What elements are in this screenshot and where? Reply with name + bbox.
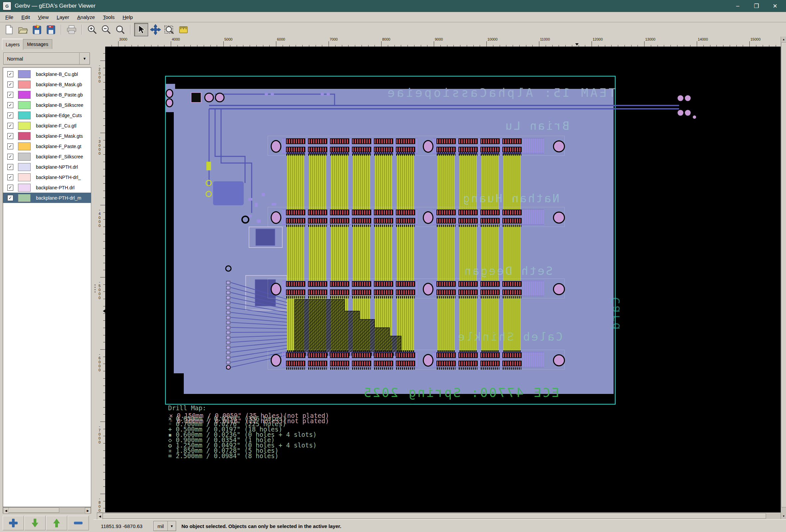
menu-view[interactable]: View xyxy=(34,13,53,21)
panel-splitter[interactable] xyxy=(93,37,97,532)
tab-layers[interactable]: Layers xyxy=(2,39,23,50)
save-button[interactable] xyxy=(44,23,57,36)
layer-color-swatch[interactable] xyxy=(18,112,31,119)
scroll-left-icon[interactable]: ◀ xyxy=(3,507,9,514)
layer-row[interactable]: ✓backplane-PTH.drl xyxy=(3,182,91,193)
zoom-in-button[interactable] xyxy=(86,23,99,36)
scroll-right-icon[interactable]: ▶ xyxy=(85,507,91,514)
layer-name: backplane-NPTH.drl xyxy=(36,164,78,170)
layer-visibility-checkbox[interactable]: ✓ xyxy=(7,143,13,149)
scroll-left-icon[interactable]: ◀ xyxy=(97,513,103,520)
close-button[interactable]: ✕ xyxy=(771,3,779,10)
layer-row[interactable]: ✓backplane-Edge_Cuts xyxy=(3,110,91,120)
mounting-hole xyxy=(423,354,434,367)
layer-list-hscrollbar[interactable]: ◀ ▶ xyxy=(3,507,91,513)
menu-help[interactable]: Help xyxy=(118,13,137,21)
layer-color-swatch[interactable] xyxy=(18,194,31,202)
measure-tool-button[interactable] xyxy=(177,23,190,36)
layer-name: backplane-NPTH-drl_ xyxy=(36,175,81,180)
layer-color-swatch[interactable] xyxy=(18,91,31,99)
layer-row[interactable]: ✓backplane-F_Mask.gts xyxy=(3,131,91,141)
tab-messages[interactable]: Messages xyxy=(23,39,52,49)
menu-tools[interactable]: Tools xyxy=(99,13,118,21)
connector-segment xyxy=(436,207,456,226)
layer-visibility-checkbox[interactable]: ✓ xyxy=(7,164,13,170)
ruler-tick xyxy=(100,205,105,205)
add-layer-button[interactable] xyxy=(3,516,24,530)
layer-visibility-checkbox[interactable]: ✓ xyxy=(7,133,13,139)
zoom-out-button[interactable] xyxy=(99,23,113,36)
layer-visibility-checkbox[interactable]: ✓ xyxy=(7,185,13,191)
maximize-button[interactable]: ❐ xyxy=(753,3,760,10)
remove-layer-button[interactable] xyxy=(68,516,89,530)
minimize-button[interactable]: – xyxy=(734,3,741,10)
canvas-hscrollbar[interactable]: ◀ xyxy=(97,512,781,519)
pointer-tool-button[interactable] xyxy=(134,23,148,36)
layer-name: backplane-F_Mask.gts xyxy=(36,134,83,139)
layer-row[interactable]: ✓backplane-B_Paste.gb xyxy=(3,90,91,100)
menu-file[interactable]: File xyxy=(1,13,17,21)
ruler-label: -8000 xyxy=(98,497,101,512)
layer-color-swatch[interactable] xyxy=(18,184,31,192)
layer-list[interactable]: ✓backplane-B_Cu.gbl✓backplane-B_Mask.gb✓… xyxy=(3,67,91,507)
menu-edit[interactable]: Edit xyxy=(17,13,34,21)
layer-row[interactable]: ✓backplane-B_Mask.gb xyxy=(3,79,91,90)
splitter-grip-icon xyxy=(95,285,96,293)
scroll-down-icon[interactable]: ▼ xyxy=(781,513,786,519)
print-button[interactable] xyxy=(65,23,78,36)
layer-color-swatch[interactable] xyxy=(18,153,31,161)
layer-row[interactable]: ✓backplane-F_Paste.gt xyxy=(3,141,91,151)
mounting-hole xyxy=(423,140,434,153)
layer-visibility-checkbox[interactable]: ✓ xyxy=(7,102,13,108)
pcb-canvas[interactable]: TEAM 15: AlphaCassiopeiae Brian Lu Natha… xyxy=(105,47,781,512)
layer-visibility-checkbox[interactable]: ✓ xyxy=(7,113,13,118)
move-layer-down-button[interactable] xyxy=(24,516,46,530)
scrollbar-thumb[interactable] xyxy=(103,513,766,519)
zoom-fit-button[interactable] xyxy=(114,23,127,36)
scrollbar-thumb[interactable] xyxy=(9,508,59,513)
zoom-region-tool-button[interactable] xyxy=(163,23,176,36)
layer-visibility-checkbox[interactable]: ✓ xyxy=(7,81,13,88)
save-as-button[interactable] xyxy=(30,23,44,36)
layer-visibility-checkbox[interactable]: ✓ xyxy=(7,195,13,201)
layer-color-swatch[interactable] xyxy=(18,142,31,150)
layer-color-swatch[interactable] xyxy=(18,163,31,171)
menu-analyze[interactable]: Analyze xyxy=(73,13,99,21)
layer-color-swatch[interactable] xyxy=(18,101,31,109)
layer-color-swatch[interactable] xyxy=(18,122,31,130)
layer-row[interactable]: ✓backplane-F_Silkscree xyxy=(3,151,91,162)
ruler-tick xyxy=(100,494,105,494)
canvas-vscrollbar[interactable]: ▲ ▼ xyxy=(781,37,786,519)
pan-tool-button[interactable] xyxy=(149,23,162,36)
layer-color-swatch[interactable] xyxy=(18,70,31,78)
layer-visibility-checkbox[interactable]: ✓ xyxy=(7,174,13,180)
layer-visibility-checkbox[interactable]: ✓ xyxy=(7,123,13,129)
ruler-label: 15000 xyxy=(750,37,761,41)
layer-visibility-checkbox[interactable]: ✓ xyxy=(7,154,13,160)
mounting-hole xyxy=(553,354,565,366)
layer-visibility-checkbox[interactable]: ✓ xyxy=(7,71,13,77)
layer-row[interactable]: ✓backplane-B_Cu.gbl xyxy=(3,69,91,79)
title-bar[interactable]: G Gerbv — gEDA's Gerber Viewer – ❐ ✕ xyxy=(0,0,786,12)
scrollbar-thumb[interactable] xyxy=(781,43,786,507)
open-file-button[interactable] xyxy=(16,23,30,36)
layer-row[interactable]: ✓backplane-NPTH-drl_ xyxy=(3,172,91,182)
layer-color-swatch[interactable] xyxy=(18,80,31,89)
unit-select[interactable]: mil ▼ xyxy=(154,521,176,531)
render-mode-select[interactable]: Normal ▼ xyxy=(3,53,90,65)
move-layer-up-button[interactable] xyxy=(46,516,67,530)
layer-color-swatch[interactable] xyxy=(18,173,31,181)
ruler-tick xyxy=(329,41,329,47)
layer-visibility-checkbox[interactable]: ✓ xyxy=(7,92,13,98)
new-file-button[interactable] xyxy=(2,23,16,36)
scroll-up-icon[interactable]: ▲ xyxy=(781,37,786,42)
layer-color-swatch[interactable] xyxy=(18,132,31,140)
layer-row[interactable]: ✓backplane-B_Silkscree xyxy=(3,100,91,110)
layer-row[interactable]: ✓backplane-NPTH.drl xyxy=(3,162,91,172)
connector-segment xyxy=(308,136,328,155)
layer-row[interactable]: ✓backplane-F_Cu.gtl xyxy=(3,120,91,131)
connector-segment xyxy=(458,350,478,369)
menu-layer[interactable]: Layer xyxy=(53,13,73,21)
layer-row[interactable]: ✓backplane-PTH-drl_m xyxy=(3,193,91,203)
connector-segment xyxy=(373,207,393,226)
